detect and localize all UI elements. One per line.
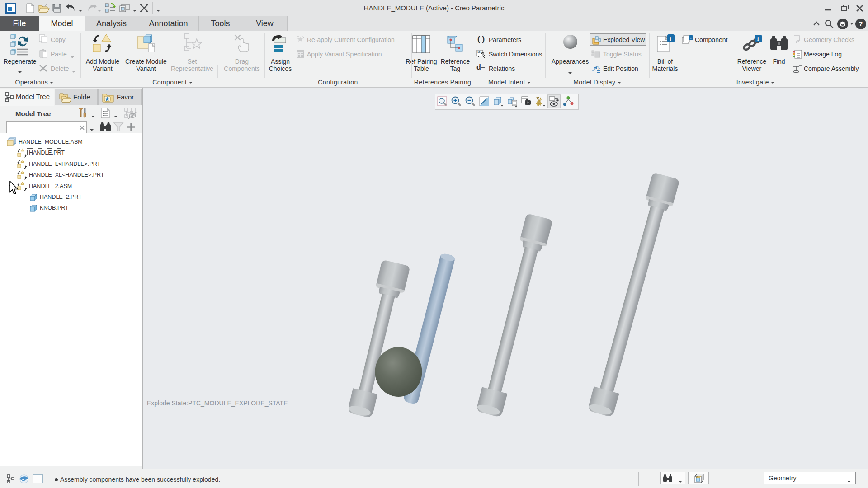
svg-text:?: ? <box>859 20 863 28</box>
svg-text:2: 2 <box>598 67 600 70</box>
svg-text:i: i <box>670 35 671 42</box>
svg-text:15: 15 <box>477 51 481 53</box>
